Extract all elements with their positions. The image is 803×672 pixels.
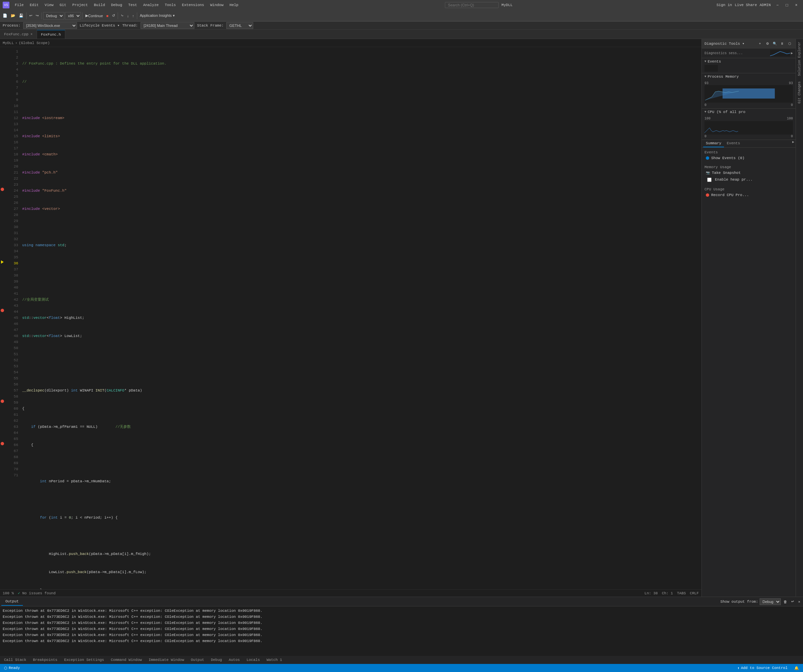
output-source-dropdown[interactable]: Debug [760, 598, 781, 605]
word-wrap-button[interactable]: ↵ [790, 597, 796, 606]
platform-dropdown[interactable]: x86 [65, 12, 81, 20]
tab-foxfunch[interactable]: FoxFunc.h [37, 30, 65, 39]
source-control-icon: ⬆ [738, 666, 740, 670]
save-button[interactable]: 💾 [18, 11, 25, 20]
panel-tab-watch1[interactable]: Watch 1 [265, 657, 283, 663]
col-indicator: Ch: 1 [662, 591, 673, 596]
undo-button[interactable]: ↩ [28, 11, 34, 20]
panel-tab-locals[interactable]: Locals [245, 657, 261, 663]
menu-edit[interactable]: Edit [27, 2, 41, 8]
diag-expand-button[interactable]: ⬡ [786, 41, 793, 47]
tab-close-foxfunccpp[interactable]: × [31, 33, 33, 36]
lifecycle-label[interactable]: Lifecycle Events ▾ [80, 23, 120, 28]
diag-search-button[interactable]: 🔍 [771, 41, 778, 47]
continue-button[interactable]: ▶ Continue [84, 11, 104, 20]
enable-heap-row[interactable]: Enable heap pr... [704, 176, 793, 183]
diagnostics-panel: Diagnostic Tools ▾ + ⚙ 🔍 ⏸ ⬡ Diagnostics… [701, 39, 796, 597]
redo-button[interactable]: ↪ [34, 11, 40, 20]
open-button[interactable]: 📂 [10, 11, 17, 20]
stack-dropdown[interactable]: GETHL [226, 22, 253, 29]
minimize-button[interactable]: − [774, 2, 782, 8]
breadcrumb: MyDLL › (Global Scope) [0, 39, 701, 47]
memory-chart: 93 93 0 0 [702, 80, 796, 108]
debug-config-dropdown[interactable]: Debug [43, 12, 64, 20]
diagnostics-title[interactable]: Diagnostic Tools ▾ [704, 41, 744, 46]
restart-button[interactable]: ↺ [111, 11, 116, 20]
search-input[interactable] [445, 2, 499, 8]
status-ready[interactable]: ⬡ Ready [3, 666, 21, 670]
menu-window[interactable]: Window [208, 2, 226, 8]
app-insights-button[interactable]: Application Insights ▾ [138, 11, 176, 20]
diag-add-button[interactable]: + [757, 41, 763, 47]
menu-tools[interactable]: Tools [162, 2, 179, 8]
panel-tab-output[interactable]: Output [190, 657, 206, 663]
zoom-level[interactable]: 100 % [3, 591, 14, 596]
editor-wrapper: 1 2 3 4 5 6 7 8 9 10 11 12 13 14 15 16 1… [0, 47, 701, 589]
panel-tab-breakpoints[interactable]: Breakpoints [32, 657, 59, 663]
live-share-label[interactable]: Live Share [735, 3, 757, 7]
output-tab-bar: Output Show output from: Debug 🗑 ↵ × [0, 597, 803, 607]
step-out-button[interactable]: ↑ [131, 11, 135, 20]
record-cpu-row[interactable]: Record CPU Pro... [704, 192, 793, 198]
menu-analyze[interactable]: Analyze [141, 2, 161, 8]
take-snapshot-row[interactable]: 📷 Take Snapshot [704, 170, 793, 176]
tab-label-foxfunccpp: FoxFunc.cpp [4, 32, 29, 36]
step-into-button[interactable]: ↓ [126, 11, 130, 20]
enable-heap-checkbox[interactable] [707, 177, 712, 182]
new-project-button[interactable]: 📄 [2, 11, 9, 20]
git-changes-label[interactable]: Git Changes [796, 79, 803, 106]
panel-tab-debug[interactable]: Debug [210, 657, 223, 663]
output-line-6: Exception thrown at 0x773ED6C2 in WinSto… [3, 638, 800, 644]
menu-build[interactable]: Build [91, 2, 107, 8]
panel-tab-immediate-window[interactable]: Immediate Window [147, 657, 185, 663]
ready-icon: ⬡ [4, 666, 7, 670]
show-output-from-label: Show output from: [720, 600, 758, 604]
title-bar-right: Sign in Live Share ADMIN − □ × [717, 2, 800, 8]
tab-summary[interactable]: Summary [703, 140, 724, 147]
diag-session: Diagnostics sess... ▶ [702, 49, 796, 58]
diag-settings-button[interactable]: ⚙ [764, 41, 771, 47]
notification-item[interactable]: 🔔 [793, 666, 800, 670]
menu-debug[interactable]: Debug [108, 2, 125, 8]
signin-label[interactable]: Sign in [717, 3, 732, 7]
menu-project[interactable]: Project [70, 2, 91, 8]
panel-tab-command-window[interactable]: Command Window [109, 657, 143, 663]
menu-file[interactable]: File [12, 2, 26, 8]
maximize-button[interactable]: □ [783, 2, 791, 8]
close-panel-button[interactable]: × [797, 597, 801, 606]
process-memory-header[interactable]: ▼ Process Memory [702, 73, 796, 80]
stop-button[interactable]: ■ [105, 11, 110, 20]
toolbar: 📄 📂 💾 ↩ ↪ Debug x86 ▶ Continue ■ ↺ ⤷ ↓ ↑… [0, 10, 803, 21]
close-button[interactable]: × [792, 2, 800, 8]
step-over-button[interactable]: ⤷ [119, 11, 125, 20]
menu-view[interactable]: View [42, 2, 56, 8]
line-numbers: 1 2 3 4 5 6 7 8 9 10 11 12 13 14 15 16 1… [5, 47, 21, 589]
solution-explorer-label[interactable]: Solution Explorer [796, 39, 803, 79]
show-events-row[interactable]: Show Events (0) [704, 155, 793, 161]
session-end: ▶ [791, 51, 793, 55]
menu-git[interactable]: Git [57, 2, 69, 8]
panel-tab-callstack[interactable]: Call Stack [3, 657, 28, 663]
clear-output-button[interactable]: 🗑 [782, 597, 788, 606]
events-tab-expand[interactable]: ▶ [792, 140, 794, 147]
diag-pause-button[interactable]: ⏸ [779, 41, 785, 47]
source-control-button[interactable]: ⬆ Add to Source Control [736, 666, 789, 670]
output-tab-active[interactable]: Output [2, 598, 23, 606]
tab-foxfunccpp[interactable]: FoxFunc.cpp × [0, 30, 37, 39]
menu-extensions[interactable]: Extensions [179, 2, 207, 8]
cpu-header[interactable]: ▼ CPU (% of all pro [702, 109, 796, 116]
menu-help[interactable]: Help [227, 2, 241, 8]
panel-tab-exception-settings[interactable]: Exception Settings [63, 657, 106, 663]
code-editor[interactable]: // FoxFunc.cpp : Defines the entry point… [21, 47, 697, 589]
tab-events[interactable]: Events [724, 140, 743, 147]
editor-container: MyDLL › (Global Scope) [0, 39, 701, 597]
thread-dropdown[interactable]: [24180] Main Thread [141, 22, 194, 29]
events-header[interactable]: ▼ Events [702, 58, 796, 65]
editor-status-bar: 100 % ✓ No issues found Ln: 38 Ch: 1 TAB… [0, 589, 701, 597]
process-dropdown[interactable]: [3536] WinStock.exe [23, 22, 77, 29]
editor-scrollbar[interactable] [697, 47, 701, 589]
output-tabs: Output [2, 598, 23, 606]
record-icon [706, 194, 709, 197]
panel-tab-autos[interactable]: Autos [227, 657, 241, 663]
menu-test[interactable]: Test [125, 2, 140, 8]
